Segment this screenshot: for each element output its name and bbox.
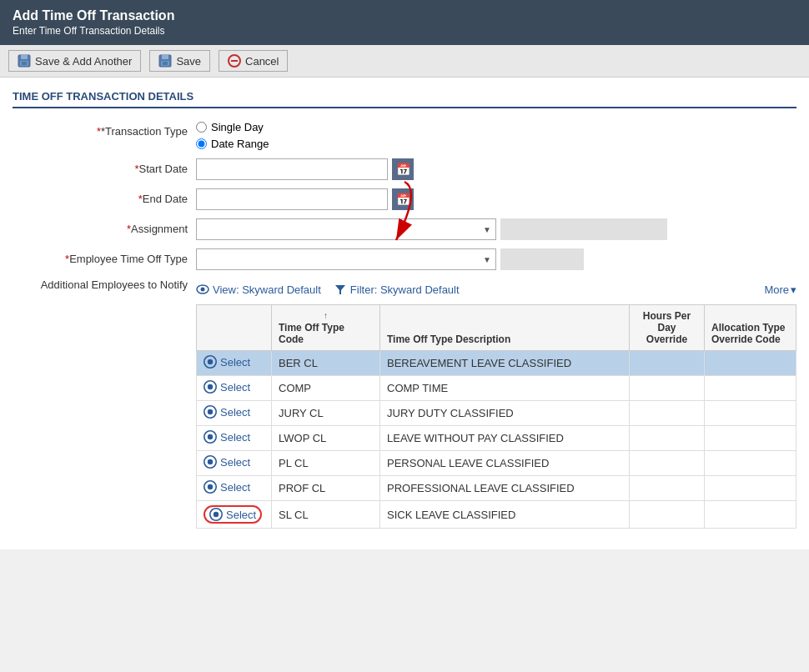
employee-type-field-wrapper	[196, 248, 496, 270]
table-row: SelectSL CLSICK LEAVE CLASSIFIED	[197, 501, 796, 529]
assignment-row: *Assignment	[13, 218, 796, 240]
table-header: Time Off TypeCode Time Off Type Descript…	[197, 305, 796, 351]
hours-cell	[630, 426, 705, 451]
th-select	[197, 305, 272, 351]
select-label: Select	[220, 356, 250, 369]
date-range-radio[interactable]	[196, 138, 207, 149]
assignment-label: *Assignment	[13, 218, 196, 235]
select-icon	[209, 508, 223, 521]
svg-rect-7	[163, 62, 168, 65]
select-cell: Select	[197, 376, 272, 401]
table-header-row: Time Off TypeCode Time Off Type Descript…	[197, 305, 796, 351]
select-cell: Select	[197, 501, 272, 529]
svg-marker-13	[335, 285, 345, 294]
select-row-button[interactable]: Select	[204, 380, 250, 394]
table-row: SelectPROF CLPROFESSIONAL LEAVE CLASSIFI…	[197, 476, 796, 501]
save-label: Save	[176, 55, 201, 68]
single-day-option[interactable]: Single Day	[196, 121, 796, 133]
allocation-cell	[705, 401, 796, 426]
select-label: Select	[226, 509, 256, 521]
employee-time-off-dropdown[interactable]	[196, 248, 496, 270]
hours-cell	[630, 401, 705, 426]
table-row: SelectBER CLBEREAVEMENT LEAVE CLASSIFIED	[197, 351, 796, 376]
save-add-another-button[interactable]: Save & Add Another	[8, 50, 141, 72]
select-row-button[interactable]: Select	[204, 455, 250, 469]
view-selector[interactable]: View: Skyward Default	[196, 283, 321, 296]
select-row-button[interactable]: Select	[204, 505, 262, 524]
hours-cell	[630, 501, 705, 529]
select-label: Select	[220, 431, 250, 444]
calendar-icon: 📅	[396, 163, 410, 176]
code-cell: PL CL	[272, 451, 380, 476]
assignment-dropdown[interactable]	[196, 218, 496, 240]
select-cell: Select	[197, 401, 272, 426]
assignment-dropdown-wrapper	[196, 218, 496, 240]
table-body: SelectBER CLBEREAVEMENT LEAVE CLASSIFIED…	[197, 351, 796, 529]
hours-cell	[630, 351, 705, 376]
allocation-cell	[705, 501, 796, 529]
select-row-button[interactable]: Select	[204, 430, 250, 444]
end-date-calendar-button[interactable]: 📅	[392, 188, 414, 210]
select-row-button[interactable]: Select	[204, 405, 250, 419]
view-filter-left: View: Skyward Default Filter: Skyward De…	[196, 283, 460, 296]
save-button[interactable]: Save	[149, 50, 210, 72]
code-cell: SL CL	[272, 501, 380, 529]
time-off-type-table: Time Off TypeCode Time Off Type Descript…	[196, 304, 796, 529]
svg-point-27	[214, 512, 219, 517]
notify-content: View: Skyward Default Filter: Skyward De…	[196, 278, 796, 529]
additional-employees-label: Additional Employees to Notify	[13, 278, 196, 291]
end-date-row: *End Date 08/19/2024 Monday 📅	[13, 188, 796, 210]
hours-cell	[630, 376, 705, 401]
code-cell: BER CL	[272, 351, 380, 376]
svg-point-15	[208, 359, 213, 364]
hours-cell	[630, 476, 705, 501]
table-row: SelectPL CLPERSONAL LEAVE CLASSIFIED	[197, 451, 796, 476]
select-icon	[204, 480, 217, 494]
toolbar: Save & Add Another Save Cancel	[0, 45, 809, 78]
end-date-label: *End Date	[13, 188, 196, 205]
th-description: Time Off Type Description	[380, 305, 630, 351]
eye-icon	[196, 283, 209, 296]
allocation-cell	[705, 426, 796, 451]
start-date-input[interactable]: 08/16/2024 Friday	[196, 158, 388, 180]
select-row-button[interactable]: Select	[204, 480, 250, 494]
select-icon	[204, 355, 217, 369]
description-cell: PERSONAL LEAVE CLASSIFIED	[380, 451, 630, 476]
select-cell: Select	[197, 426, 272, 451]
description-cell: SICK LEAVE CLASSIFIED	[380, 501, 630, 529]
select-cell: Select	[197, 451, 272, 476]
select-label: Select	[220, 381, 250, 394]
more-button[interactable]: More ▾	[764, 283, 796, 296]
calendar-icon-end: 📅	[396, 193, 410, 206]
red-arrow-indicator	[329, 173, 430, 257]
end-date-input[interactable]: 08/19/2024 Monday	[196, 188, 388, 210]
section-title: TIME OFF TRANSACTION DETAILS	[13, 90, 796, 108]
allocation-cell	[705, 476, 796, 501]
start-date-row: *Start Date 08/16/2024 Friday 📅	[13, 158, 796, 180]
filter-selector[interactable]: Filter: Skyward Default	[334, 283, 460, 296]
select-row-button[interactable]: Select	[204, 355, 250, 369]
employee-time-off-type-row: *Employee Time Off Type	[13, 248, 796, 270]
single-day-radio[interactable]	[196, 122, 207, 133]
svg-point-23	[208, 459, 213, 464]
filter-label: Filter: Skyward Default	[350, 283, 460, 296]
cancel-label: Cancel	[245, 55, 279, 68]
transaction-type-row: **Transaction Type Single Day Date Range	[13, 121, 796, 150]
description-cell: BEREAVEMENT LEAVE CLASSIFIED	[380, 351, 630, 376]
code-cell: LWOP CL	[272, 426, 380, 451]
view-filter-bar: View: Skyward Default Filter: Skyward De…	[196, 278, 796, 300]
svg-point-19	[208, 409, 213, 414]
hours-cell	[630, 451, 705, 476]
svg-rect-1	[21, 55, 28, 59]
date-range-option[interactable]: Date Range	[196, 138, 796, 150]
employee-time-off-type-label: *Employee Time Off Type	[13, 248, 196, 265]
svg-point-21	[208, 434, 213, 439]
select-cell: Select	[197, 476, 272, 501]
cancel-button[interactable]: Cancel	[219, 50, 288, 72]
code-cell: PROF CL	[272, 476, 380, 501]
select-label: Select	[220, 456, 250, 469]
employee-type-extra-panel	[500, 248, 584, 270]
th-code: Time Off TypeCode	[272, 305, 380, 351]
svg-point-17	[208, 384, 213, 389]
start-date-calendar-button[interactable]: 📅	[392, 158, 414, 180]
